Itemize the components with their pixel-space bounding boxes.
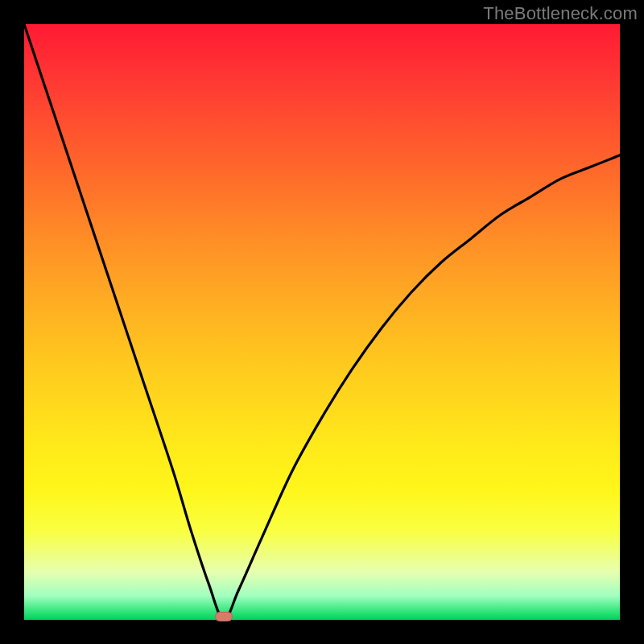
bottleneck-curve xyxy=(24,24,620,620)
minimum-marker xyxy=(215,612,233,621)
watermark-text: TheBottleneck.com xyxy=(483,3,638,24)
plot-area xyxy=(24,24,620,620)
outer-frame: TheBottleneck.com xyxy=(0,0,644,644)
